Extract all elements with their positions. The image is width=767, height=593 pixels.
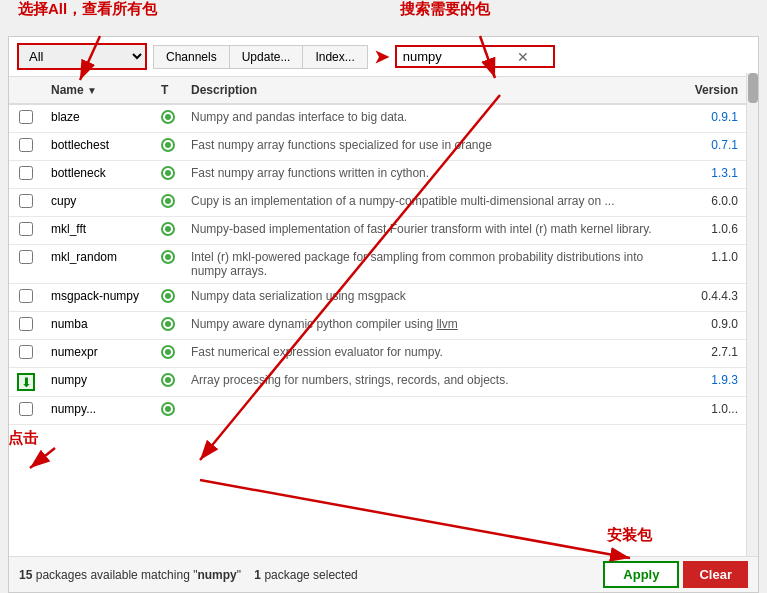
cell-name: numpy...	[43, 397, 153, 425]
cell-name: mkl_random	[43, 245, 153, 284]
tab-index[interactable]: Index...	[302, 45, 367, 69]
type-icon	[161, 289, 175, 303]
version-link[interactable]: 0.4.4.3	[701, 289, 738, 303]
cell-type	[153, 340, 183, 368]
row-checkbox[interactable]	[19, 402, 33, 416]
cell-check	[9, 161, 43, 189]
install-icon[interactable]: ⬇	[17, 373, 35, 391]
scrollbar-thumb[interactable]	[748, 73, 758, 103]
main-panel: All Installed Not installed Upgradable C…	[8, 36, 759, 593]
cell-check	[9, 217, 43, 245]
cell-desc	[183, 397, 687, 425]
packages-table: Name ▼ T Description Version blazeNumpy …	[9, 77, 758, 425]
table-row: numpy...1.0...	[9, 397, 758, 425]
cell-type	[153, 368, 183, 397]
toolbar: All Installed Not installed Upgradable C…	[9, 37, 758, 77]
selected-count: 1	[254, 568, 261, 582]
cell-desc: Array processing for numbers, strings, r…	[183, 368, 687, 397]
type-icon	[161, 110, 175, 124]
row-checkbox[interactable]	[19, 222, 33, 236]
cell-name: bottlechest	[43, 133, 153, 161]
version-link[interactable]: 1.9.3	[711, 373, 738, 387]
tab-update[interactable]: Update...	[229, 45, 303, 69]
clear-button[interactable]: Clear	[683, 561, 748, 588]
cell-type	[153, 104, 183, 133]
cell-check: ⬇	[9, 368, 43, 397]
table-header-row: Name ▼ T Description Version	[9, 77, 758, 104]
arrow-icon: ➤	[374, 46, 389, 68]
annotation-install: 安装包	[607, 526, 652, 545]
row-checkbox[interactable]	[19, 317, 33, 331]
version-link[interactable]: 0.9.0	[711, 317, 738, 331]
cell-check	[9, 397, 43, 425]
cell-name: numpy	[43, 368, 153, 397]
cell-name: numexpr	[43, 340, 153, 368]
action-buttons: Apply Clear	[603, 561, 748, 588]
col-header-desc: Description	[183, 77, 687, 104]
col-header-type: T	[153, 77, 183, 104]
cell-type	[153, 217, 183, 245]
cell-check	[9, 312, 43, 340]
row-checkbox[interactable]	[19, 289, 33, 303]
version-link[interactable]: 0.9.1	[711, 110, 738, 124]
cell-type	[153, 133, 183, 161]
cell-name: mkl_fft	[43, 217, 153, 245]
apply-button[interactable]: Apply	[603, 561, 679, 588]
cell-name: numba	[43, 312, 153, 340]
col-header-check	[9, 77, 43, 104]
packages-count: 15	[19, 568, 32, 582]
cell-check	[9, 245, 43, 284]
cell-name: bottleneck	[43, 161, 153, 189]
cell-type	[153, 189, 183, 217]
status-text: 15 packages available matching "numpy" 1…	[19, 568, 358, 582]
table-row: cupyCupy is an implementation of a numpy…	[9, 189, 758, 217]
type-icon	[161, 373, 175, 387]
search-input[interactable]	[403, 49, 513, 64]
version-link[interactable]: 1.1.0	[711, 250, 738, 264]
table-row: numbaNumpy aware dynamic python compiler…	[9, 312, 758, 340]
annotation-click: 点击	[8, 429, 38, 448]
cell-type	[153, 161, 183, 189]
cell-type	[153, 397, 183, 425]
type-icon	[161, 138, 175, 152]
row-checkbox[interactable]	[19, 250, 33, 264]
scrollbar-track[interactable]	[746, 73, 758, 556]
packages-table-container: Name ▼ T Description Version blazeNumpy …	[9, 77, 758, 542]
row-checkbox[interactable]	[19, 110, 33, 124]
row-checkbox[interactable]	[19, 166, 33, 180]
table-row: ⬇numpyArray processing for numbers, stri…	[9, 368, 758, 397]
version-link[interactable]: 1.0...	[711, 402, 738, 416]
table-row: msgpack-numpyNumpy data serialization us…	[9, 284, 758, 312]
cell-check	[9, 104, 43, 133]
version-link[interactable]: 0.7.1	[711, 138, 738, 152]
tab-channels[interactable]: Channels	[153, 45, 229, 69]
type-icon	[161, 317, 175, 331]
type-icon	[161, 222, 175, 236]
filter-select[interactable]: All Installed Not installed Upgradable	[17, 43, 147, 70]
toolbar-tabs: Channels Update... Index...	[153, 45, 368, 69]
version-link[interactable]: 6.0.0	[711, 194, 738, 208]
row-checkbox[interactable]	[19, 345, 33, 359]
table-row: numexprFast numerical expression evaluat…	[9, 340, 758, 368]
table-row: bottlechestFast numpy array functions sp…	[9, 133, 758, 161]
cell-name: blaze	[43, 104, 153, 133]
row-checkbox[interactable]	[19, 194, 33, 208]
annotation-top-left: 选择All，查看所有包	[18, 0, 157, 19]
cell-desc: Numpy-based implementation of fast Fouri…	[183, 217, 687, 245]
col-header-name[interactable]: Name ▼	[43, 77, 153, 104]
cell-check	[9, 133, 43, 161]
cell-desc: Numpy and pandas interface to big data.	[183, 104, 687, 133]
status-bar: 15 packages available matching "numpy" 1…	[9, 556, 758, 592]
cell-type	[153, 312, 183, 340]
cell-desc: Numpy data serialization using msgpack	[183, 284, 687, 312]
version-link[interactable]: 1.0.6	[711, 222, 738, 236]
search-clear-button[interactable]: ✕	[517, 50, 529, 64]
version-link[interactable]: 2.7.1	[711, 345, 738, 359]
row-checkbox[interactable]	[19, 138, 33, 152]
cell-check	[9, 189, 43, 217]
cell-desc: Intel (r) mkl-powered package for sampli…	[183, 245, 687, 284]
cell-name: cupy	[43, 189, 153, 217]
version-link[interactable]: 1.3.1	[711, 166, 738, 180]
type-icon	[161, 402, 175, 416]
table-row: blazeNumpy and pandas interface to big d…	[9, 104, 758, 133]
